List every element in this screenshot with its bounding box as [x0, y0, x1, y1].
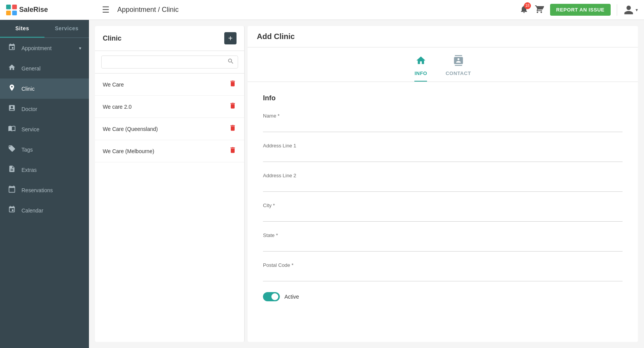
cart-icon [535, 5, 544, 14]
clinic-name: We Care (Queensland) [103, 126, 158, 132]
report-issue-button[interactable]: REPORT AN ISSUE [550, 4, 611, 16]
input-address2[interactable] [263, 181, 623, 192]
doctor-label: Doctor [21, 106, 81, 112]
logo-text: SaleRise [19, 6, 48, 14]
clinic-item[interactable]: We Care (Queensland) [95, 118, 244, 140]
clinic-panel-header: Clinic + [95, 26, 244, 51]
avatar-button[interactable]: ▾ [623, 5, 638, 15]
active-toggle[interactable] [263, 292, 280, 301]
form-panel: Add Clinic INFO CONTACT Info [248, 26, 638, 342]
logo-icon [6, 5, 17, 15]
active-toggle-row: Active [263, 292, 623, 301]
appointment-arrow: ▾ [79, 46, 81, 51]
general-label: General [21, 65, 81, 72]
input-address1[interactable] [263, 151, 623, 162]
svg-rect-2 [6, 10, 11, 15]
toggle-slider [263, 292, 280, 301]
avatar-arrow: ▾ [636, 7, 638, 13]
sidebar: Sites Services Appointment ▾ General [0, 20, 89, 348]
delete-clinic-button[interactable] [229, 124, 237, 134]
delete-clinic-button[interactable] [229, 102, 237, 111]
delete-clinic-button[interactable] [229, 146, 237, 156]
calendar-icon [8, 43, 16, 53]
breadcrumb-parent: Appointment [117, 6, 156, 13]
nav-divider [617, 4, 617, 16]
sidebar-item-general[interactable]: General [0, 58, 89, 78]
field-postal: Postal Code * [263, 262, 623, 281]
clinic-item[interactable]: We Care [95, 74, 244, 96]
add-clinic-button[interactable]: + [224, 32, 237, 44]
clinic-item[interactable]: We care 2.0 [95, 96, 244, 118]
input-postal[interactable] [263, 270, 623, 281]
location-icon [8, 84, 16, 93]
info-tab-icon [416, 55, 426, 68]
avatar-icon [623, 5, 634, 15]
clinic-item[interactable]: We Care (Melbourne) [95, 140, 244, 162]
cart-button[interactable] [535, 5, 544, 15]
service-icon [8, 124, 16, 134]
svg-rect-1 [12, 5, 17, 9]
sidebar-item-service[interactable]: Service [0, 119, 89, 139]
main-layout: Sites Services Appointment ▾ General [0, 20, 644, 348]
content-area: Clinic + We Care W [89, 20, 644, 348]
sidebar-tab-services[interactable]: Services [44, 20, 89, 38]
top-nav: SaleRise ☰ Appointment / Clinic 18 REPOR… [0, 0, 644, 20]
field-city: City * [263, 203, 623, 222]
notification-button[interactable]: 18 [519, 5, 529, 15]
input-name[interactable] [263, 121, 623, 132]
label-address2: Address Line 2 [263, 173, 623, 178]
field-state: State * [263, 232, 623, 252]
sidebar-item-extras[interactable]: Extras [0, 160, 89, 180]
sidebar-item-doctor[interactable]: Doctor [0, 99, 89, 119]
cal-icon [8, 206, 16, 215]
sidebar-item-tags[interactable]: Tags [0, 139, 89, 160]
field-address2: Address Line 2 [263, 173, 623, 192]
tab-info[interactable]: INFO [414, 55, 427, 82]
svg-rect-3 [12, 10, 17, 15]
sidebar-item-clinic[interactable]: Clinic [0, 78, 89, 99]
contact-tab-icon [453, 55, 464, 68]
tags-icon [8, 145, 16, 154]
extras-icon [8, 165, 16, 175]
extras-label: Extras [21, 167, 81, 173]
sidebar-item-appointment[interactable]: Appointment ▾ [0, 38, 89, 58]
logo: SaleRise [6, 5, 94, 15]
sidebar-tabs: Sites Services [0, 20, 89, 38]
sidebar-item-reservations[interactable]: Reservations [0, 180, 89, 200]
appointment-label: Appointment [21, 45, 74, 51]
field-name: Name * [263, 113, 623, 132]
form-tabs: INFO CONTACT [248, 47, 638, 82]
form-panel-header: Add Clinic [248, 26, 638, 47]
info-tab-label: INFO [414, 70, 427, 76]
input-city[interactable] [263, 211, 623, 222]
breadcrumb-separator: / [158, 6, 162, 13]
delete-clinic-button[interactable] [229, 80, 237, 89]
service-label: Service [21, 126, 81, 132]
label-name: Name * [263, 113, 623, 119]
calendar-label: Calendar [21, 207, 81, 214]
form-body: Info Name * Address Line 1 Address Line … [248, 82, 638, 342]
clinic-name: We Care [103, 82, 124, 88]
active-label: Active [284, 294, 299, 300]
tab-contact[interactable]: CONTACT [445, 55, 471, 82]
hamburger-icon[interactable]: ☰ [99, 3, 113, 16]
doctor-icon [8, 104, 16, 114]
sidebar-item-calendar[interactable]: Calendar [0, 200, 89, 221]
breadcrumb-current: Clinic [162, 6, 179, 13]
tags-label: Tags [21, 147, 81, 153]
clinic-search-input[interactable] [101, 56, 238, 69]
sidebar-tab-sites[interactable]: Sites [0, 20, 44, 38]
field-address1: Address Line 1 [263, 143, 623, 162]
breadcrumb: Appointment / Clinic [117, 6, 179, 14]
input-state[interactable] [263, 240, 623, 252]
reservations-label: Reservations [21, 187, 81, 193]
label-state: State * [263, 232, 623, 238]
notification-badge: 18 [524, 2, 531, 9]
search-wrap [101, 56, 238, 69]
clinic-search-box [95, 51, 244, 74]
clinic-panel: Clinic + We Care W [95, 26, 245, 342]
clinic-list: We Care We care 2.0 We Care (Queensland) [95, 74, 244, 342]
contact-tab-label: CONTACT [445, 70, 471, 76]
clinic-name: We Care (Melbourne) [103, 148, 154, 154]
form-section-title: Info [263, 94, 623, 102]
